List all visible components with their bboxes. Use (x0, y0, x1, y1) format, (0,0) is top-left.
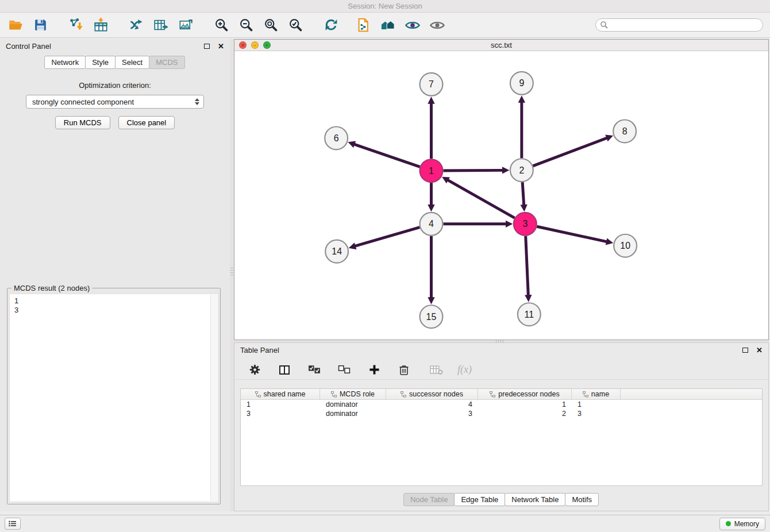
memory-button[interactable]: Memory (719, 518, 765, 530)
column-header-shared-name[interactable]: shared name (241, 389, 320, 399)
graph-edge-4-15[interactable] (428, 236, 434, 304)
open-in-cytoscape-web-button[interactable] (355, 17, 372, 34)
table-tab-node-table[interactable]: Node Table (403, 493, 455, 506)
graph-node-3[interactable]: 3 (514, 213, 537, 236)
table-cell: 1 (572, 400, 621, 409)
graph-node-14[interactable]: 14 (325, 240, 348, 263)
export-network-icon (129, 17, 144, 33)
table-tab-network-table[interactable]: Network Table (505, 493, 565, 506)
column-type-icon (401, 391, 406, 398)
task-history-button[interactable] (5, 518, 21, 530)
save-session-button[interactable] (32, 17, 49, 34)
float-panel-icon[interactable] (742, 348, 748, 353)
deselect-all-button[interactable] (336, 361, 353, 379)
graph-edge-1-4[interactable] (428, 183, 434, 211)
graph-node-1[interactable]: 1 (420, 159, 443, 182)
window-minimize-button[interactable]: − (251, 41, 259, 49)
delete-table-icon (430, 364, 443, 375)
result-line: 3 (14, 306, 218, 315)
graph-node-11[interactable]: 11 (518, 303, 541, 326)
control-tab-network[interactable]: Network (44, 56, 86, 69)
zoom-in-button[interactable] (213, 17, 230, 34)
control-tab-style[interactable]: Style (85, 56, 116, 69)
import-network-icon (68, 17, 84, 33)
delete-table-button[interactable] (428, 361, 445, 379)
import-table-button[interactable] (92, 17, 109, 34)
control-tab-mcds[interactable]: MCDS (149, 56, 184, 69)
network-view-titlebar: ✕−+ scc.txt (234, 40, 768, 51)
graph-edge-3-11[interactable] (525, 236, 532, 302)
column-header-mcds-role[interactable]: MCDS role (320, 389, 386, 399)
graph-node-7[interactable]: 7 (420, 73, 443, 96)
search-input[interactable] (595, 18, 763, 32)
first-neighbors-button[interactable] (379, 17, 396, 34)
graph-edge-2-9[interactable] (518, 95, 525, 158)
graph-edge-4-14[interactable] (349, 228, 420, 249)
result-scrollbar[interactable] (210, 295, 217, 501)
function-builder-button[interactable]: f(x) (457, 361, 472, 379)
gear-icon (249, 364, 260, 375)
vertical-splitter[interactable] (230, 39, 234, 511)
close-panel-icon[interactable]: ✕ (218, 43, 224, 50)
export-image-button[interactable] (177, 17, 194, 34)
graph-node-10[interactable]: 10 (614, 234, 637, 257)
graph-node-6[interactable]: 6 (325, 126, 348, 149)
import-network-button[interactable] (67, 17, 84, 34)
svg-text:4: 4 (429, 219, 434, 229)
control-tab-select[interactable]: Select (115, 56, 149, 69)
zoom-fit-button[interactable] (262, 17, 279, 34)
network-canvas[interactable]: 7968124314101511 (234, 52, 768, 340)
export-table-button[interactable] (152, 17, 170, 34)
graph-edge-3-10[interactable] (537, 226, 613, 245)
show-hide-button[interactable] (429, 17, 446, 34)
column-header-predecessor-nodes[interactable]: predecessor nodes (478, 389, 572, 399)
table-row-1[interactable]: 1dominator411 (241, 400, 762, 409)
graph-node-4[interactable]: 4 (420, 213, 443, 236)
float-panel-icon[interactable] (204, 44, 210, 49)
run-mcds-button[interactable]: Run MCDS (55, 116, 110, 129)
refresh-button[interactable] (322, 17, 340, 34)
graph-edge-1-6[interactable] (348, 141, 419, 167)
graph-node-9[interactable]: 9 (510, 72, 533, 95)
window-zoom-button[interactable]: + (263, 41, 271, 49)
add-row-button[interactable] (365, 361, 383, 379)
graph-node-2[interactable]: 2 (510, 159, 533, 182)
graph-edge-1-7[interactable] (428, 97, 434, 159)
table-tab-motifs[interactable]: Motifs (565, 493, 599, 506)
close-panel-button[interactable]: Close panel (118, 116, 175, 129)
close-panel-icon[interactable]: ✕ (756, 346, 763, 354)
delete-row-button[interactable] (395, 361, 413, 379)
houses-icon (380, 17, 396, 33)
window-close-button[interactable]: ✕ (239, 41, 247, 49)
column-header-name[interactable]: name (572, 389, 621, 399)
splitter-grip[interactable] (230, 268, 233, 277)
table-cell: 1 (478, 400, 572, 409)
column-header-successor-nodes[interactable]: successor nodes (386, 389, 478, 399)
graph-node-8[interactable]: 8 (613, 120, 636, 143)
eye-icon (429, 17, 445, 33)
show-column-button[interactable] (276, 361, 293, 379)
table-tab-edge-table[interactable]: Edge Table (454, 493, 505, 506)
graph-edge-2-3[interactable] (520, 182, 527, 211)
network-graph[interactable]: 7968124314101511 (234, 52, 768, 340)
open-session-button[interactable] (7, 17, 24, 34)
select-arrows-icon (195, 98, 199, 105)
memory-label: Memory (734, 520, 759, 528)
criterion-select[interactable]: strongly connected component (26, 95, 204, 109)
zoom-selected-button[interactable] (287, 17, 304, 34)
graph-edge-3-1[interactable] (442, 177, 514, 218)
control-panel: Control Panel ✕ NetworkStyleSelectMCDS O… (0, 39, 230, 511)
title-bar: Session: New Session (0, 0, 770, 13)
graph-edge-4-3[interactable] (443, 221, 513, 228)
graph-node-15[interactable]: 15 (420, 305, 443, 328)
table-row-2[interactable]: 3dominator323 (241, 409, 762, 418)
graph-edge-2-8[interactable] (533, 135, 613, 166)
graph-edge-1-2[interactable] (443, 167, 509, 174)
apply-style-button[interactable] (404, 17, 421, 34)
select-all-button[interactable] (306, 361, 323, 379)
mcds-result-area[interactable]: 13 (9, 294, 218, 502)
zoom-out-button[interactable] (237, 17, 255, 34)
list-icon (9, 521, 17, 527)
table-settings-button[interactable] (246, 361, 263, 379)
export-network-button[interactable] (128, 17, 145, 34)
